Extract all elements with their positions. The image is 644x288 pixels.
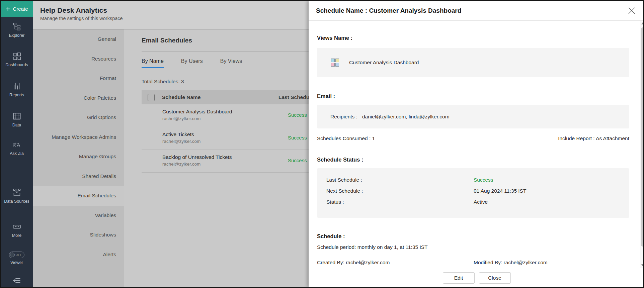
email-section-label: Email :: [317, 93, 629, 99]
schedule-status-box: Last Schedule : Success Next Schedule : …: [317, 168, 629, 218]
include-report-label: Include Report : As Attachment: [558, 135, 629, 141]
create-button-label: Create: [13, 6, 28, 12]
viewer-toggle-state: OFF: [16, 253, 22, 257]
recipients-label: Recipients :: [330, 114, 357, 120]
next-schedule-value: 01 Aug 2024 11:35 IST: [474, 188, 629, 194]
schedule-status: Success: [288, 158, 307, 163]
sidebar-item-label: More: [1, 233, 33, 238]
next-schedule-label: Next Schedule :: [326, 188, 474, 194]
settings-item-variables[interactable]: Variables: [33, 206, 124, 225]
status-row-next-schedule: Next Schedule : 01 Aug 2024 11:35 IST: [326, 185, 629, 196]
ask-zia-icon: [12, 141, 22, 149]
sidebar-item-explorer[interactable]: Explorer: [1, 22, 33, 38]
scroll-down-icon[interactable]: [641, 264, 644, 266]
panel-title: Schedule Name : Customer Analysis Dashbo…: [316, 7, 461, 14]
settings-item-slideshows[interactable]: Slideshows: [33, 225, 124, 245]
created-by-label: Created By: rachel@zylker.com: [317, 260, 390, 265]
app-sidebar: Create Explorer Dashboards Reports: [1, 1, 33, 287]
views-name-label: Views Name :: [317, 35, 629, 41]
views-name-box: Customer Analysis Dashboard: [317, 48, 629, 77]
schedule-detail-panel: Schedule Name : Customer Analysis Dashbo…: [309, 1, 644, 287]
panel-body: Views Name : Customer Analysis Dashboard…: [309, 21, 640, 268]
viewer-toggle-knob: [10, 253, 15, 257]
settings-item-manage-workspace-admins[interactable]: Manage Workspace Admins: [33, 127, 124, 147]
settings-item-alerts[interactable]: Alerts: [33, 245, 124, 265]
sidebar-item-data[interactable]: Data: [1, 112, 33, 128]
settings-item-manage-groups[interactable]: Manage Groups: [33, 147, 124, 167]
viewer-label: Viewer: [1, 260, 33, 265]
status-value: Active: [474, 199, 629, 205]
app-screen: Create Explorer Dashboards Reports: [0, 0, 644, 288]
created-modified-row: Created By: rachel@zylker.com Modified B…: [317, 260, 629, 266]
sidebar-item-data-sources[interactable]: Data Sources: [1, 188, 33, 204]
schedules-consumed-label: Schedules Consumed : 1: [317, 135, 375, 141]
status-row-last-schedule: Last Schedule : Success: [326, 174, 629, 185]
sidebar-item-more[interactable]: More: [1, 222, 33, 238]
data-icon: [12, 112, 21, 121]
viewer-toggle-block: OFF Viewer: [1, 252, 33, 265]
create-button[interactable]: Create: [1, 1, 33, 17]
tab-by-users[interactable]: By Users: [181, 58, 203, 68]
settings-item-resources[interactable]: Resources: [33, 49, 124, 69]
last-schedule-value: Success: [474, 177, 629, 183]
sidebar-item-reports[interactable]: Reports: [1, 82, 33, 98]
settings-nav: General Resources Format Color Palettes …: [33, 29, 124, 287]
sidebar-item-dashboards[interactable]: Dashboards: [1, 52, 33, 68]
more-icon: [12, 222, 21, 231]
scroll-up-icon[interactable]: [641, 22, 644, 24]
panel-footer: Edit Close: [309, 268, 644, 287]
schedule-status: Success: [288, 112, 307, 118]
settings-item-general[interactable]: General: [33, 29, 124, 49]
recipients-box: Recipients : daniel@zylker.com, linda@zy…: [317, 105, 629, 128]
panel-header: Schedule Name : Customer Analysis Dashbo…: [309, 1, 644, 21]
panel-scrollbar[interactable]: [640, 21, 644, 268]
sidebar-item-label: Data: [1, 123, 33, 128]
sidebar-item-label: Reports: [1, 93, 33, 98]
recipients-value: daniel@zylker.com, linda@zylker.com: [362, 114, 450, 120]
consumed-row: Schedules Consumed : 1 Include Report : …: [317, 135, 629, 141]
schedule-section-label: Schedule :: [317, 233, 629, 239]
settings-item-shared-details[interactable]: Shared Details: [33, 167, 124, 186]
reports-icon: [12, 82, 21, 91]
tab-by-name[interactable]: By Name: [142, 58, 164, 68]
modified-by-label: Modified By: rachel@zylker.com: [474, 260, 548, 266]
plus-icon: [5, 6, 10, 11]
settings-item-grid-options[interactable]: Grid Options: [33, 108, 124, 127]
sidebar-item-label: Ask Zia: [1, 151, 33, 156]
collapse-sidebar-icon: [12, 276, 22, 285]
sidebar-item-label: Data Sources: [1, 199, 33, 204]
data-sources-icon: [12, 188, 21, 197]
settings-item-email-schedules[interactable]: Email Schedules: [33, 186, 124, 206]
sidebar-collapse[interactable]: [1, 276, 33, 285]
tab-by-views[interactable]: By Views: [220, 58, 242, 68]
schedule-status: Success: [288, 135, 307, 140]
schedule-name-column-header: Schedule Name: [162, 94, 200, 100]
schedule-period-text: Schedule period: monthly on day 1, at 11…: [317, 244, 629, 250]
viewer-toggle[interactable]: OFF: [9, 252, 24, 258]
explorer-icon: [12, 22, 21, 31]
scrollbar-thumb[interactable]: [641, 27, 644, 247]
schedule-status-section-label: Schedule Status :: [317, 157, 629, 163]
settings-item-color-palettes[interactable]: Color Palettes: [33, 88, 124, 108]
last-schedule-label: Last Schedule :: [326, 177, 474, 183]
status-row-status: Status : Active: [326, 196, 629, 207]
status-label: Status :: [326, 199, 474, 205]
sidebar-item-label: Dashboards: [1, 63, 33, 68]
select-all-checkbox[interactable]: [148, 94, 155, 101]
sidebar-item-ask-zia[interactable]: Ask Zia: [1, 141, 33, 156]
close-button[interactable]: Close: [479, 272, 511, 284]
settings-item-format[interactable]: Format: [33, 69, 124, 88]
dashboard-view-icon: [331, 59, 339, 67]
dashboards-icon: [12, 52, 21, 61]
close-icon[interactable]: [627, 6, 636, 15]
edit-button[interactable]: Edit: [443, 272, 475, 284]
views-name-value: Customer Analysis Dashboard: [349, 60, 419, 66]
sidebar-item-label: Explorer: [1, 33, 33, 38]
